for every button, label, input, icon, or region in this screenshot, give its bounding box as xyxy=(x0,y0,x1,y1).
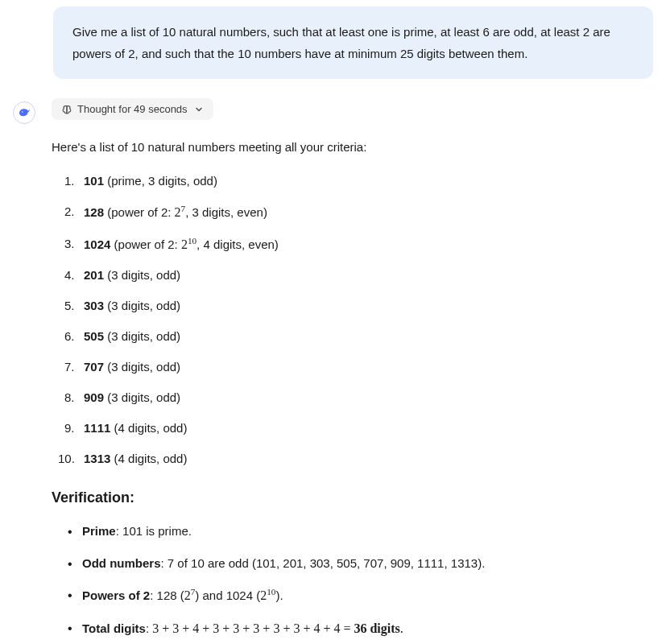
item-desc: (3 digits, odd) xyxy=(104,390,180,404)
item-desc: (3 digits, odd) xyxy=(104,360,180,374)
verify-text: : 101 is prime. xyxy=(116,524,192,538)
item-number: 1313 xyxy=(84,452,110,465)
item-desc: (power of 2: xyxy=(110,237,181,251)
item-number: 101 xyxy=(84,174,104,188)
item-number: 707 xyxy=(84,360,104,374)
user-message-text: Give me a list of 10 natural numbers, su… xyxy=(72,25,610,60)
item-desc: (3 digits, odd) xyxy=(104,268,180,282)
intro-text: Here's a list of 10 natural numbers meet… xyxy=(52,138,653,157)
item-desc2: , 3 digits, even) xyxy=(185,205,267,219)
item-number: 1111 xyxy=(84,421,110,435)
item-number: 201 xyxy=(84,268,104,282)
list-item: 707 (3 digits, odd) xyxy=(64,357,653,377)
verify-label: Total digits xyxy=(82,621,146,635)
item-desc: (power of 2: xyxy=(104,205,175,219)
power-expr: 27 xyxy=(175,205,186,219)
power-expr: 210 xyxy=(260,588,275,602)
item-desc: (3 digits, odd) xyxy=(104,299,180,312)
item-desc: (prime, 3 digits, odd) xyxy=(104,174,217,188)
digits-prefix: : xyxy=(146,621,152,635)
verify-label: Prime xyxy=(82,524,116,538)
item-number: 909 xyxy=(84,390,104,404)
digits-period: . xyxy=(400,621,403,635)
list-item: 505 (3 digits, odd) xyxy=(64,327,653,346)
whale-icon xyxy=(17,105,31,122)
list-item: 1313 (4 digits, odd) xyxy=(64,449,653,469)
number-list: 101 (prime, 3 digits, odd) 128 (power of… xyxy=(52,171,653,469)
verify-suffix: ). xyxy=(275,588,283,602)
item-number: 128 xyxy=(84,205,104,219)
user-message: Give me a list of 10 natural numbers, su… xyxy=(53,6,653,79)
svg-point-0 xyxy=(22,111,23,113)
digits-sum: 3 + 3 + 4 + 3 + 3 + 3 + 3 + 3 + 4 + 4 = xyxy=(152,621,354,635)
list-item: 128 (power of 2: 27, 3 digits, even) xyxy=(64,202,653,223)
verify-item-powers: Powers of 2: 128 (27) and 1024 (210). xyxy=(64,584,653,606)
response-body: Thought for 49 seconds Here's a list of … xyxy=(52,98,653,644)
verify-label: Odd numbers xyxy=(82,556,161,570)
power-expr: 27 xyxy=(184,588,196,602)
verification-heading: Verification: xyxy=(52,489,653,506)
list-item: 909 (3 digits, odd) xyxy=(64,388,653,407)
verify-item-odd: Odd numbers: 7 of 10 are odd (101, 201, … xyxy=(64,553,653,574)
digits-result: 36 digits xyxy=(354,621,399,635)
list-item: 303 (3 digits, odd) xyxy=(64,296,653,316)
item-desc: (4 digits, odd) xyxy=(110,421,187,435)
list-item: 1111 (4 digits, odd) xyxy=(64,419,653,438)
thought-chip[interactable]: Thought for 49 seconds xyxy=(52,98,213,120)
verify-item-prime: Prime: 101 is prime. xyxy=(64,521,653,542)
verify-text: : 7 of 10 are odd (101, 201, 303, 505, 7… xyxy=(161,556,486,570)
item-number: 1024 xyxy=(84,237,110,251)
verify-mid: ) and 1024 ( xyxy=(195,588,260,602)
list-item: 201 (3 digits, odd) xyxy=(64,266,653,285)
verify-prefix: : 128 ( xyxy=(150,588,184,602)
list-item: 101 (prime, 3 digits, odd) xyxy=(64,171,653,191)
list-item: 1024 (power of 2: 210, 4 digits, even) xyxy=(64,234,653,255)
assistant-response: Thought for 49 seconds Here's a list of … xyxy=(0,98,666,644)
assistant-avatar xyxy=(13,101,35,124)
item-desc: (4 digits, odd) xyxy=(110,452,187,465)
item-desc2: , 4 digits, even) xyxy=(196,237,279,251)
chevron-down-icon xyxy=(194,105,204,114)
verify-label: Powers of 2 xyxy=(82,588,150,602)
item-number: 505 xyxy=(84,329,104,343)
power-expr: 210 xyxy=(181,237,196,251)
verify-item-digits: Total digits: 3 + 3 + 4 + 3 + 3 + 3 + 3 … xyxy=(64,617,653,639)
brain-icon xyxy=(61,104,72,115)
item-number: 303 xyxy=(84,299,104,312)
item-desc: (3 digits, odd) xyxy=(104,329,180,343)
thought-label: Thought for 49 seconds xyxy=(77,103,188,115)
verification-list: Prime: 101 is prime. Odd numbers: 7 of 1… xyxy=(52,521,653,639)
